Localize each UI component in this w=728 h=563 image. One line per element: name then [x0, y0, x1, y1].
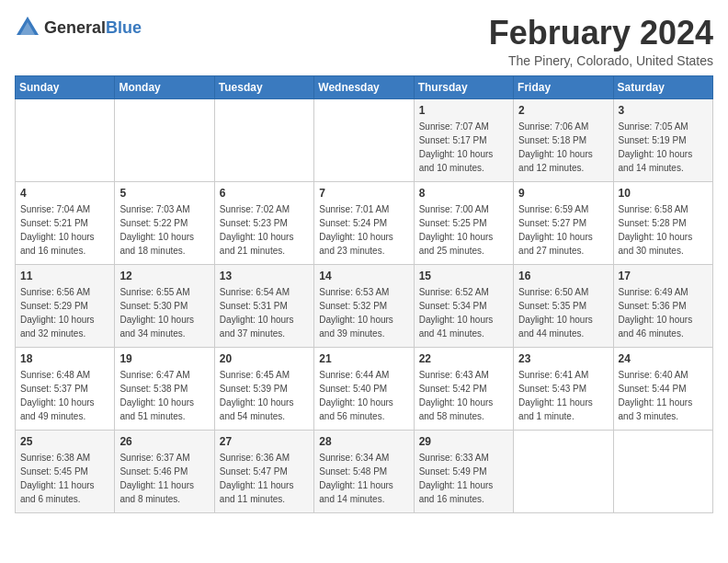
day-daylight: Daylight: 10 hours and 51 minutes.	[119, 396, 209, 423]
day-daylight: Daylight: 11 hours and 1 minute.	[518, 396, 608, 423]
day-sunset: Sunset: 5:34 PM	[419, 299, 508, 313]
day-sunrise: Sunrise: 6:47 AM	[119, 368, 209, 382]
header-friday: Friday	[514, 75, 613, 98]
day-sunrise: Sunrise: 6:37 AM	[119, 451, 209, 465]
calendar-cell: 19 Sunrise: 6:47 AM Sunset: 5:38 PM Dayl…	[115, 347, 214, 430]
day-sunrise: Sunrise: 6:40 AM	[619, 368, 708, 382]
calendar-cell: 18 Sunrise: 6:48 AM Sunset: 5:37 PM Dayl…	[16, 347, 115, 430]
header-tuesday: Tuesday	[214, 75, 313, 98]
day-sunset: Sunset: 5:25 PM	[419, 216, 508, 230]
day-daylight: Daylight: 11 hours and 11 minutes.	[220, 478, 309, 506]
day-sunrise: Sunrise: 6:45 AM	[220, 368, 309, 382]
day-daylight: Daylight: 11 hours and 6 minutes.	[20, 478, 109, 506]
day-number: 28	[319, 434, 408, 450]
day-sunrise: Sunrise: 7:02 AM	[220, 202, 309, 216]
day-sunrise: Sunrise: 6:36 AM	[220, 451, 309, 465]
day-sunrise: Sunrise: 6:56 AM	[20, 285, 109, 299]
logo-text-blue: Blue	[106, 18, 142, 37]
calendar-cell: 3 Sunrise: 7:05 AM Sunset: 5:19 PM Dayli…	[613, 98, 712, 181]
calendar-cell: 2 Sunrise: 7:06 AM Sunset: 5:18 PM Dayli…	[514, 98, 613, 181]
calendar-cell	[214, 98, 313, 181]
day-sunset: Sunset: 5:38 PM	[119, 382, 209, 396]
day-sunset: Sunset: 5:42 PM	[419, 382, 508, 396]
day-sunset: Sunset: 5:17 PM	[419, 133, 508, 147]
day-number: 25	[20, 434, 109, 450]
calendar-cell: 21 Sunrise: 6:44 AM Sunset: 5:40 PM Dayl…	[314, 347, 414, 430]
header-sunday: Sunday	[16, 75, 115, 98]
location-title: The Pinery, Colorado, United States	[489, 53, 713, 68]
day-number: 20	[220, 351, 309, 367]
day-daylight: Daylight: 11 hours and 16 minutes.	[419, 478, 508, 506]
day-daylight: Daylight: 11 hours and 14 minutes.	[319, 478, 408, 506]
title-area: February 2024 The Pinery, Colorado, Unit…	[489, 15, 713, 68]
calendar-cell: 4 Sunrise: 7:04 AM Sunset: 5:21 PM Dayli…	[16, 181, 115, 264]
calendar-cell: 26 Sunrise: 6:37 AM Sunset: 5:46 PM Dayl…	[115, 430, 214, 512]
day-sunrise: Sunrise: 7:01 AM	[319, 202, 408, 216]
day-number: 18	[20, 351, 109, 367]
day-sunset: Sunset: 5:48 PM	[319, 465, 408, 478]
calendar-cell: 25 Sunrise: 6:38 AM Sunset: 5:45 PM Dayl…	[16, 430, 115, 512]
day-number: 3	[619, 103, 708, 119]
day-number: 7	[319, 186, 408, 201]
day-sunrise: Sunrise: 6:34 AM	[319, 451, 408, 465]
calendar-cell: 13 Sunrise: 6:54 AM Sunset: 5:31 PM Dayl…	[214, 264, 313, 347]
day-daylight: Daylight: 10 hours and 30 minutes.	[619, 230, 708, 258]
day-sunrise: Sunrise: 6:52 AM	[419, 285, 508, 299]
day-daylight: Daylight: 10 hours and 18 minutes.	[119, 230, 209, 258]
day-daylight: Daylight: 10 hours and 58 minutes.	[419, 396, 508, 423]
day-number: 13	[220, 269, 309, 284]
calendar-header-row: Sunday Monday Tuesday Wednesday Thursday…	[16, 75, 713, 98]
calendar-cell: 10 Sunrise: 6:58 AM Sunset: 5:28 PM Dayl…	[613, 181, 712, 264]
calendar-week-4: 18 Sunrise: 6:48 AM Sunset: 5:37 PM Dayl…	[16, 347, 713, 430]
day-number: 1	[419, 103, 508, 119]
day-sunrise: Sunrise: 6:33 AM	[419, 451, 508, 465]
day-sunrise: Sunrise: 7:00 AM	[419, 202, 508, 216]
day-sunset: Sunset: 5:28 PM	[619, 216, 708, 230]
calendar-cell: 23 Sunrise: 6:41 AM Sunset: 5:43 PM Dayl…	[514, 347, 613, 430]
day-sunrise: Sunrise: 6:59 AM	[518, 202, 608, 216]
day-sunset: Sunset: 5:47 PM	[220, 465, 309, 478]
calendar-cell	[115, 98, 214, 181]
day-number: 6	[220, 186, 309, 201]
day-number: 10	[619, 186, 708, 201]
day-daylight: Daylight: 10 hours and 39 minutes.	[319, 313, 408, 340]
header-thursday: Thursday	[414, 75, 513, 98]
calendar-cell: 28 Sunrise: 6:34 AM Sunset: 5:48 PM Dayl…	[314, 430, 414, 512]
day-sunrise: Sunrise: 6:48 AM	[20, 368, 109, 382]
calendar-cell: 20 Sunrise: 6:45 AM Sunset: 5:39 PM Dayl…	[214, 347, 313, 430]
day-sunset: Sunset: 5:37 PM	[20, 382, 109, 396]
day-daylight: Daylight: 10 hours and 25 minutes.	[419, 230, 508, 258]
day-daylight: Daylight: 10 hours and 12 minutes.	[518, 147, 608, 175]
logo-text-general: General	[44, 18, 106, 37]
calendar-cell: 5 Sunrise: 7:03 AM Sunset: 5:22 PM Dayli…	[115, 181, 214, 264]
day-sunrise: Sunrise: 6:50 AM	[518, 285, 608, 299]
day-daylight: Daylight: 10 hours and 44 minutes.	[518, 313, 608, 340]
day-number: 26	[119, 434, 209, 450]
day-number: 27	[220, 434, 309, 450]
calendar-cell: 12 Sunrise: 6:55 AM Sunset: 5:30 PM Dayl…	[115, 264, 214, 347]
day-daylight: Daylight: 10 hours and 54 minutes.	[220, 396, 309, 423]
day-daylight: Daylight: 10 hours and 41 minutes.	[419, 313, 508, 340]
day-sunrise: Sunrise: 7:07 AM	[419, 120, 508, 133]
day-number: 17	[619, 269, 708, 284]
day-daylight: Daylight: 10 hours and 23 minutes.	[319, 230, 408, 258]
day-sunrise: Sunrise: 6:43 AM	[419, 368, 508, 382]
day-sunset: Sunset: 5:22 PM	[119, 216, 209, 230]
day-sunset: Sunset: 5:30 PM	[119, 299, 209, 313]
day-sunrise: Sunrise: 6:55 AM	[119, 285, 209, 299]
month-title: February 2024	[489, 15, 713, 52]
day-sunset: Sunset: 5:32 PM	[319, 299, 408, 313]
day-daylight: Daylight: 10 hours and 32 minutes.	[20, 313, 109, 340]
day-daylight: Daylight: 10 hours and 56 minutes.	[319, 396, 408, 423]
day-daylight: Daylight: 10 hours and 21 minutes.	[220, 230, 309, 258]
day-daylight: Daylight: 11 hours and 8 minutes.	[119, 478, 209, 506]
page-header: GeneralBlue February 2024 The Pinery, Co…	[15, 15, 713, 68]
day-number: 23	[518, 351, 608, 367]
day-sunrise: Sunrise: 6:38 AM	[20, 451, 109, 465]
day-sunset: Sunset: 5:23 PM	[220, 216, 309, 230]
day-sunset: Sunset: 5:19 PM	[619, 133, 708, 147]
day-daylight: Daylight: 10 hours and 27 minutes.	[518, 230, 608, 258]
calendar-week-3: 11 Sunrise: 6:56 AM Sunset: 5:29 PM Dayl…	[16, 264, 713, 347]
calendar-cell	[314, 98, 414, 181]
day-sunrise: Sunrise: 6:41 AM	[518, 368, 608, 382]
